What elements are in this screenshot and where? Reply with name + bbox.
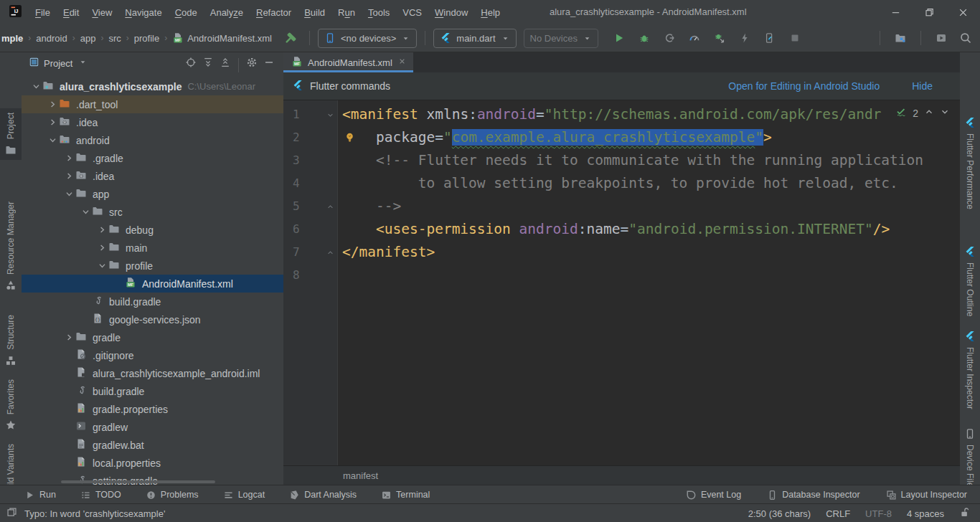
project-expand-all-button[interactable] — [199, 54, 217, 71]
project-settings-button[interactable] — [243, 54, 260, 71]
toolwindow-button-problems[interactable]: Problems — [146, 490, 199, 500]
menu-edit[interactable]: Edit — [57, 6, 85, 19]
left-strip-tab-resource-manager[interactable]: Resource Manager — [0, 197, 22, 295]
tree-item-gradle[interactable]: gradle — [22, 328, 283, 346]
indent-setting[interactable]: 4 spaces — [907, 508, 944, 519]
menu-run[interactable]: Run — [331, 6, 362, 19]
previous-problem-icon[interactable] — [924, 107, 934, 119]
tree-item-gradlew-bat[interactable]: gradlew.bat — [22, 436, 283, 454]
menu-vcs[interactable]: VCS — [396, 6, 428, 19]
editor-breadcrumb-manifest[interactable]: manifest — [343, 470, 378, 481]
left-strip-tab-structure[interactable]: Structure — [0, 310, 22, 371]
close-tab-icon[interactable] — [397, 57, 407, 68]
caret-position[interactable]: 2:50 (36 chars) — [748, 508, 811, 519]
chevron-right-icon[interactable] — [96, 242, 108, 253]
tree-item-main[interactable]: main — [22, 239, 283, 257]
attach-debugger-button[interactable] — [711, 29, 728, 47]
tree-item-src[interactable]: src — [22, 203, 283, 221]
chevron-right-icon[interactable] — [63, 332, 75, 343]
device-selector[interactable]: <no devices> — [318, 29, 417, 48]
chevron-down-icon[interactable] — [80, 207, 92, 217]
build-button[interactable] — [282, 29, 299, 47]
toolwindow-button-run[interactable]: Run — [24, 490, 56, 500]
tree-item--idea[interactable]: .idea — [22, 113, 283, 131]
toolwindow-button-layout-inspector[interactable]: Layout Inspector — [886, 490, 967, 500]
tree-item--gradle[interactable]: .gradle — [22, 149, 283, 167]
toolwindow-button-terminal[interactable]: Terminal — [381, 490, 430, 500]
project-collapse-all-button[interactable] — [217, 54, 234, 71]
tree-item-alura-crashlyticsexample[interactable]: alura_crashlyticsexampleC:\Users\Leonar — [22, 77, 283, 95]
right-strip-tab-flutter-performance[interactable]: Flutter Performance — [960, 113, 980, 214]
chevron-right-icon[interactable] — [63, 153, 75, 163]
chevron-down-icon[interactable] — [47, 135, 59, 146]
line-separator[interactable]: CRLF — [826, 508, 850, 519]
tree-item-androidmanifest-xml[interactable]: MFAndroidManifest.xml — [22, 275, 283, 293]
chevron-right-icon[interactable] — [63, 171, 75, 181]
chevron-right-icon[interactable] — [47, 117, 59, 128]
open-in-android-studio-link[interactable]: Open for Editing in Android Studio — [728, 80, 880, 92]
menu-build[interactable]: Build — [298, 6, 331, 19]
breadcrumb-item[interactable]: mple — [1, 33, 23, 44]
tree-item-android[interactable]: android — [22, 131, 283, 149]
breadcrumb-item[interactable]: profile — [134, 33, 159, 44]
project-panel-title[interactable]: Project — [44, 58, 72, 69]
flutter-attach-button[interactable] — [761, 29, 778, 47]
tree-item-build-gradle[interactable]: build.gradle — [22, 293, 283, 310]
code-line-1[interactable]: 1<manifest xmlns:android="http://schemas… — [283, 103, 960, 126]
chevron-down-icon[interactable] — [63, 189, 75, 199]
device-manager-button[interactable] — [892, 29, 909, 47]
breadcrumb-item[interactable]: app — [80, 33, 96, 44]
file-encoding[interactable]: UTF-8 — [865, 508, 892, 519]
toolwindow-button-event-log[interactable]: Event Log — [686, 490, 741, 500]
chevron-down-icon[interactable] — [30, 81, 42, 92]
menu-view[interactable]: View — [85, 6, 118, 19]
toolwindow-button-logcat[interactable]: Logcat — [223, 490, 265, 500]
tree-item-gradlew[interactable]: gradlew — [22, 418, 283, 436]
run-config-selector[interactable]: main.dart — [433, 29, 516, 48]
debug-button[interactable] — [636, 29, 653, 47]
code-line-7[interactable]: 7</manifest> — [283, 241, 960, 264]
tree-item-profile[interactable]: profile — [22, 257, 283, 275]
breadcrumb-item-file[interactable]: MFAndroidManifest.xml — [172, 32, 272, 44]
editor-tab-androidmanifest[interactable]: MF AndroidManifest.xml — [283, 52, 413, 72]
right-strip-tab-flutter-inspector[interactable]: Flutter Inspector — [960, 326, 980, 414]
code-line-8[interactable]: 8 — [283, 264, 960, 287]
menu-refactor[interactable]: Refactor — [250, 6, 298, 19]
lock-icon[interactable] — [959, 507, 970, 520]
menu-file[interactable]: File — [29, 6, 57, 19]
chevron-down-icon[interactable] — [96, 260, 108, 271]
close-button[interactable] — [946, 0, 980, 24]
chevron-right-icon[interactable] — [96, 224, 108, 235]
next-problem-icon[interactable] — [940, 107, 950, 119]
coverage-button[interactable] — [661, 29, 678, 47]
project-hide-button[interactable] — [260, 54, 278, 71]
tree-item--gitignore[interactable]: .gitignore — [22, 346, 283, 364]
tree-item--dart-tool[interactable]: .dart_tool — [22, 95, 283, 113]
code-line-2[interactable]: 2 package="com.example.alura_crashlytics… — [283, 126, 960, 149]
tree-item-debug[interactable]: debug — [22, 221, 283, 239]
menu-window[interactable]: Window — [428, 6, 474, 19]
tree-item-build-gradle[interactable]: build.gradle — [22, 382, 283, 400]
toolwindow-button-dart-analysis[interactable]: Dart Analysis — [289, 490, 357, 500]
tree-item-app[interactable]: app — [22, 185, 283, 203]
chevron-right-icon[interactable] — [47, 99, 59, 110]
toolwindow-toggle-icon[interactable] — [6, 507, 17, 520]
project-locate-button[interactable] — [182, 54, 199, 71]
code-line-4[interactable]: 4 to allow setting breakpoints, to provi… — [283, 172, 960, 195]
code-line-5[interactable]: 5 --> — [283, 195, 960, 218]
toolwindow-button-database-inspector[interactable]: Database Inspector — [767, 490, 859, 500]
flutter-device-selector[interactable]: No Devices — [524, 29, 598, 48]
code-line-3[interactable]: 3 <!-- Flutter needs it to communicate w… — [283, 149, 960, 172]
menu-help[interactable]: Help — [474, 6, 507, 19]
play-button[interactable] — [611, 29, 628, 47]
left-strip-tab-project[interactable]: Project — [0, 108, 22, 160]
hide-banner-link[interactable]: Hide — [912, 80, 933, 92]
right-strip-tab-flutter-outline[interactable]: Flutter Outline — [960, 242, 980, 321]
search-everywhere-button[interactable] — [957, 29, 974, 47]
tree-item-local-properties[interactable]: local.properties — [22, 454, 283, 472]
code-editor[interactable]: 1<manifest xmlns:android="http://schemas… — [283, 100, 960, 465]
run-anything-button[interactable] — [933, 29, 950, 47]
intention-bulb-icon[interactable] — [344, 131, 356, 146]
menu-navigate[interactable]: Navigate — [118, 6, 168, 19]
breadcrumb-item[interactable]: src — [108, 33, 121, 44]
